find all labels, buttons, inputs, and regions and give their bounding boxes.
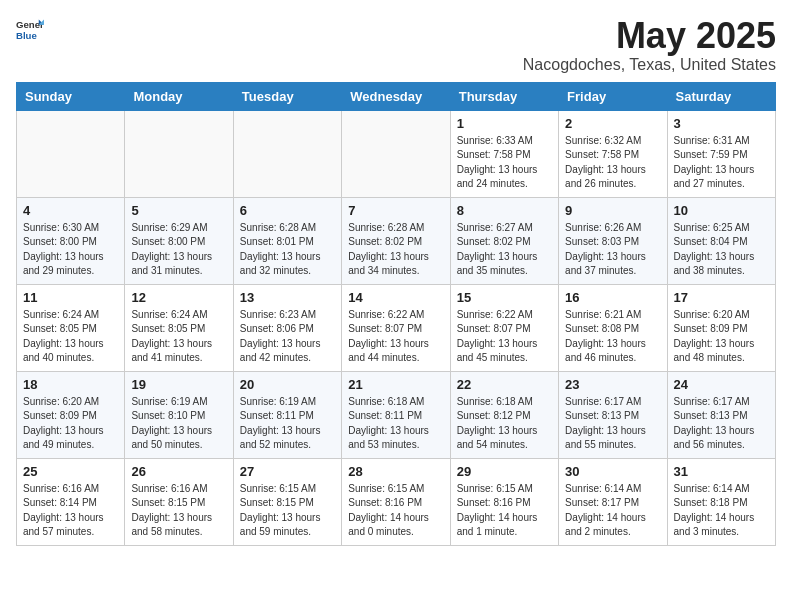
day-cell: 26Sunrise: 6:16 AM Sunset: 8:15 PM Dayli… [125, 458, 233, 545]
day-info: Sunrise: 6:18 AM Sunset: 8:12 PM Dayligh… [457, 395, 552, 453]
day-number: 24 [674, 377, 769, 392]
day-info: Sunrise: 6:15 AM Sunset: 8:15 PM Dayligh… [240, 482, 335, 540]
day-number: 17 [674, 290, 769, 305]
logo-icon: General Blue [16, 16, 44, 44]
week-row-1: 1Sunrise: 6:33 AM Sunset: 7:58 PM Daylig… [17, 110, 776, 197]
logo: General Blue [16, 16, 44, 44]
day-cell: 5Sunrise: 6:29 AM Sunset: 8:00 PM Daylig… [125, 197, 233, 284]
day-info: Sunrise: 6:20 AM Sunset: 8:09 PM Dayligh… [674, 308, 769, 366]
day-number: 10 [674, 203, 769, 218]
day-info: Sunrise: 6:21 AM Sunset: 8:08 PM Dayligh… [565, 308, 660, 366]
calendar-subtitle: Nacogdoches, Texas, United States [523, 56, 776, 74]
day-cell: 16Sunrise: 6:21 AM Sunset: 8:08 PM Dayli… [559, 284, 667, 371]
day-info: Sunrise: 6:16 AM Sunset: 8:15 PM Dayligh… [131, 482, 226, 540]
day-info: Sunrise: 6:17 AM Sunset: 8:13 PM Dayligh… [674, 395, 769, 453]
day-cell: 1Sunrise: 6:33 AM Sunset: 7:58 PM Daylig… [450, 110, 558, 197]
day-number: 7 [348, 203, 443, 218]
day-info: Sunrise: 6:28 AM Sunset: 8:02 PM Dayligh… [348, 221, 443, 279]
day-number: 5 [131, 203, 226, 218]
day-number: 19 [131, 377, 226, 392]
weekday-header-friday: Friday [559, 82, 667, 110]
day-cell: 30Sunrise: 6:14 AM Sunset: 8:17 PM Dayli… [559, 458, 667, 545]
day-cell: 8Sunrise: 6:27 AM Sunset: 8:02 PM Daylig… [450, 197, 558, 284]
weekday-header-sunday: Sunday [17, 82, 125, 110]
day-number: 8 [457, 203, 552, 218]
day-cell: 9Sunrise: 6:26 AM Sunset: 8:03 PM Daylig… [559, 197, 667, 284]
svg-text:Blue: Blue [16, 30, 37, 41]
day-info: Sunrise: 6:16 AM Sunset: 8:14 PM Dayligh… [23, 482, 118, 540]
day-info: Sunrise: 6:22 AM Sunset: 8:07 PM Dayligh… [348, 308, 443, 366]
day-cell: 25Sunrise: 6:16 AM Sunset: 8:14 PM Dayli… [17, 458, 125, 545]
weekday-header-wednesday: Wednesday [342, 82, 450, 110]
day-cell: 10Sunrise: 6:25 AM Sunset: 8:04 PM Dayli… [667, 197, 775, 284]
day-number: 21 [348, 377, 443, 392]
day-cell: 13Sunrise: 6:23 AM Sunset: 8:06 PM Dayli… [233, 284, 341, 371]
day-cell: 14Sunrise: 6:22 AM Sunset: 8:07 PM Dayli… [342, 284, 450, 371]
day-number: 25 [23, 464, 118, 479]
title-block: May 2025 Nacogdoches, Texas, United Stat… [523, 16, 776, 74]
day-cell [17, 110, 125, 197]
day-cell: 24Sunrise: 6:17 AM Sunset: 8:13 PM Dayli… [667, 371, 775, 458]
day-info: Sunrise: 6:23 AM Sunset: 8:06 PM Dayligh… [240, 308, 335, 366]
day-number: 16 [565, 290, 660, 305]
weekday-header-tuesday: Tuesday [233, 82, 341, 110]
day-info: Sunrise: 6:19 AM Sunset: 8:11 PM Dayligh… [240, 395, 335, 453]
day-number: 3 [674, 116, 769, 131]
day-cell: 29Sunrise: 6:15 AM Sunset: 8:16 PM Dayli… [450, 458, 558, 545]
day-info: Sunrise: 6:19 AM Sunset: 8:10 PM Dayligh… [131, 395, 226, 453]
day-info: Sunrise: 6:15 AM Sunset: 8:16 PM Dayligh… [348, 482, 443, 540]
day-info: Sunrise: 6:25 AM Sunset: 8:04 PM Dayligh… [674, 221, 769, 279]
day-info: Sunrise: 6:14 AM Sunset: 8:17 PM Dayligh… [565, 482, 660, 540]
day-cell: 19Sunrise: 6:19 AM Sunset: 8:10 PM Dayli… [125, 371, 233, 458]
day-cell: 31Sunrise: 6:14 AM Sunset: 8:18 PM Dayli… [667, 458, 775, 545]
day-number: 13 [240, 290, 335, 305]
day-info: Sunrise: 6:17 AM Sunset: 8:13 PM Dayligh… [565, 395, 660, 453]
day-cell: 15Sunrise: 6:22 AM Sunset: 8:07 PM Dayli… [450, 284, 558, 371]
day-info: Sunrise: 6:26 AM Sunset: 8:03 PM Dayligh… [565, 221, 660, 279]
day-cell: 28Sunrise: 6:15 AM Sunset: 8:16 PM Dayli… [342, 458, 450, 545]
day-number: 27 [240, 464, 335, 479]
day-cell: 6Sunrise: 6:28 AM Sunset: 8:01 PM Daylig… [233, 197, 341, 284]
day-info: Sunrise: 6:22 AM Sunset: 8:07 PM Dayligh… [457, 308, 552, 366]
day-cell: 7Sunrise: 6:28 AM Sunset: 8:02 PM Daylig… [342, 197, 450, 284]
day-info: Sunrise: 6:20 AM Sunset: 8:09 PM Dayligh… [23, 395, 118, 453]
day-cell: 17Sunrise: 6:20 AM Sunset: 8:09 PM Dayli… [667, 284, 775, 371]
day-info: Sunrise: 6:18 AM Sunset: 8:11 PM Dayligh… [348, 395, 443, 453]
day-cell [125, 110, 233, 197]
weekday-header-row: SundayMondayTuesdayWednesdayThursdayFrid… [17, 82, 776, 110]
day-number: 28 [348, 464, 443, 479]
day-info: Sunrise: 6:15 AM Sunset: 8:16 PM Dayligh… [457, 482, 552, 540]
day-info: Sunrise: 6:30 AM Sunset: 8:00 PM Dayligh… [23, 221, 118, 279]
day-cell: 20Sunrise: 6:19 AM Sunset: 8:11 PM Dayli… [233, 371, 341, 458]
day-info: Sunrise: 6:29 AM Sunset: 8:00 PM Dayligh… [131, 221, 226, 279]
week-row-3: 11Sunrise: 6:24 AM Sunset: 8:05 PM Dayli… [17, 284, 776, 371]
day-cell: 22Sunrise: 6:18 AM Sunset: 8:12 PM Dayli… [450, 371, 558, 458]
day-cell: 21Sunrise: 6:18 AM Sunset: 8:11 PM Dayli… [342, 371, 450, 458]
day-cell: 12Sunrise: 6:24 AM Sunset: 8:05 PM Dayli… [125, 284, 233, 371]
day-number: 6 [240, 203, 335, 218]
day-number: 11 [23, 290, 118, 305]
week-row-4: 18Sunrise: 6:20 AM Sunset: 8:09 PM Dayli… [17, 371, 776, 458]
day-cell: 2Sunrise: 6:32 AM Sunset: 7:58 PM Daylig… [559, 110, 667, 197]
day-number: 4 [23, 203, 118, 218]
day-number: 9 [565, 203, 660, 218]
day-info: Sunrise: 6:24 AM Sunset: 8:05 PM Dayligh… [23, 308, 118, 366]
day-number: 14 [348, 290, 443, 305]
day-info: Sunrise: 6:32 AM Sunset: 7:58 PM Dayligh… [565, 134, 660, 192]
day-number: 20 [240, 377, 335, 392]
day-number: 15 [457, 290, 552, 305]
day-info: Sunrise: 6:33 AM Sunset: 7:58 PM Dayligh… [457, 134, 552, 192]
day-number: 18 [23, 377, 118, 392]
day-number: 1 [457, 116, 552, 131]
weekday-header-monday: Monday [125, 82, 233, 110]
day-number: 23 [565, 377, 660, 392]
day-cell: 3Sunrise: 6:31 AM Sunset: 7:59 PM Daylig… [667, 110, 775, 197]
day-info: Sunrise: 6:31 AM Sunset: 7:59 PM Dayligh… [674, 134, 769, 192]
day-cell [342, 110, 450, 197]
calendar-title: May 2025 [523, 16, 776, 56]
week-row-2: 4Sunrise: 6:30 AM Sunset: 8:00 PM Daylig… [17, 197, 776, 284]
day-cell: 27Sunrise: 6:15 AM Sunset: 8:15 PM Dayli… [233, 458, 341, 545]
day-number: 22 [457, 377, 552, 392]
day-cell: 23Sunrise: 6:17 AM Sunset: 8:13 PM Dayli… [559, 371, 667, 458]
day-cell [233, 110, 341, 197]
